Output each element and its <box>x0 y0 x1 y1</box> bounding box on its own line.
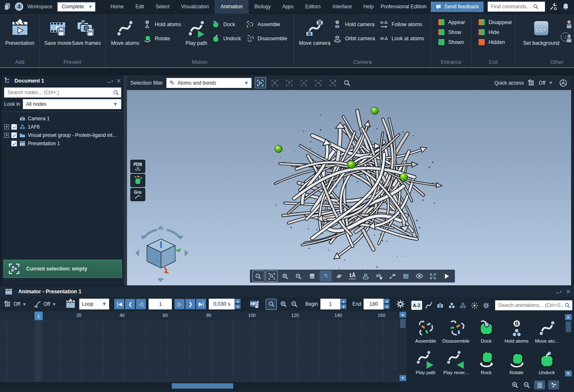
dock-button[interactable]: Dock <box>212 20 241 29</box>
library-item-dock[interactable]: Dock <box>471 312 501 343</box>
menu-select[interactable]: Select <box>150 0 175 14</box>
begin-up-button[interactable]: ▲ <box>340 299 347 304</box>
scroll-thumb[interactable] <box>400 319 405 328</box>
orbit-camera-button[interactable] <box>360 270 372 282</box>
scroll-down-button[interactable]: ▼ <box>399 375 406 381</box>
begin-frame-input[interactable] <box>320 299 340 309</box>
library-zoom-in-button[interactable] <box>511 381 519 389</box>
library-item-hold-atoms[interactable]: Hold atoms <box>501 312 532 343</box>
library-item-move-atoms[interactable]: Move ato... <box>532 312 562 343</box>
select-similar-button[interactable] <box>313 77 324 88</box>
viewport-3d[interactable]: Selection filter Atoms and bonds ▼ Quick… <box>127 75 571 285</box>
scale-1-angstrom-button[interactable]: 1Å <box>346 270 358 282</box>
fast-forward-button[interactable]: ❯ <box>185 299 195 309</box>
menu-help[interactable]: Help <box>358 0 380 14</box>
library-item-rotate[interactable]: Rotate <box>501 343 532 375</box>
menu-interface[interactable]: Interface <box>327 0 358 14</box>
end-up-button[interactable]: ▲ <box>383 299 390 304</box>
visibility-button[interactable] <box>413 270 425 282</box>
fullscreen-button[interactable] <box>427 270 439 282</box>
ease-snap-control[interactable]: Off ▼ <box>33 300 56 308</box>
menu-edit[interactable]: Edit <box>129 0 150 14</box>
rotate-button[interactable]: Rotate <box>143 34 181 43</box>
look-in-select[interactable]: All nodes ▼ <box>23 99 121 109</box>
menu-apps[interactable]: Apps <box>276 0 299 14</box>
library-scrollbar[interactable]: ▲ ▼ <box>564 314 572 384</box>
scroll-up-button[interactable]: ▲ <box>565 314 572 320</box>
step-forward-button[interactable]: ▷ <box>174 299 185 309</box>
save-movie-button[interactable]: Save movie <box>44 19 72 46</box>
menu-biology[interactable]: Biology <box>249 0 276 14</box>
expander-icon[interactable]: + <box>4 133 9 138</box>
library-item-play-path[interactable]: Play path <box>410 343 441 375</box>
gromacs-button[interactable]: Gro <box>130 188 145 201</box>
current-frame-marker[interactable]: 1 <box>34 312 43 320</box>
duration-down-button[interactable]: ▼ <box>234 304 241 309</box>
presentation-button[interactable]: Presentation <box>4 19 35 46</box>
filter-camera-button[interactable] <box>435 301 445 310</box>
duration-up-button[interactable]: ▲ <box>234 299 241 304</box>
ground-plane-button[interactable] <box>333 270 345 282</box>
timeline-zoom-out-button[interactable] <box>290 300 298 308</box>
add-keyframe-icon[interactable] <box>64 299 77 309</box>
library-item-play-reverse[interactable]: Play rever... <box>441 343 471 375</box>
selection-filter-select[interactable]: Atoms and bonds ▼ <box>166 78 252 88</box>
filter-settings-button[interactable] <box>481 301 491 310</box>
move-camera-button[interactable]: Move camera <box>298 19 331 46</box>
background-button[interactable] <box>306 270 318 282</box>
close-icon[interactable]: ✕ <box>566 288 571 295</box>
begin-down-button[interactable]: ▼ <box>340 304 347 309</box>
look-at-atoms-button[interactable]: Look at atoms <box>380 34 424 43</box>
workspace-mode-select[interactable]: Complete ▼ <box>57 2 95 12</box>
undock-button[interactable]: Undock <box>212 34 241 43</box>
add-to-selection-button[interactable] <box>327 77 339 88</box>
timeline-horizontal-scrollbar[interactable] <box>0 382 398 390</box>
play-path-button[interactable]: Play path <box>183 19 209 46</box>
shown-button[interactable]: Shown <box>438 39 465 46</box>
show-button[interactable]: Show <box>438 29 465 36</box>
library-item-assemble[interactable]: Assemble <box>410 312 441 343</box>
search-nodes-box[interactable] <box>4 88 121 97</box>
grid-snap-control[interactable]: Off ▼ <box>3 300 27 308</box>
go-to-start-button[interactable]: |◀ <box>114 299 125 309</box>
timeline-vertical-scrollbar[interactable]: ▲ ▼ <box>399 311 407 382</box>
search-nodes-input[interactable] <box>7 90 112 95</box>
stop-button[interactable]: Stop <box>565 20 574 29</box>
disappear-button[interactable]: Disappear <box>478 19 512 26</box>
library-item-undock[interactable]: Undock <box>532 343 562 375</box>
scroll-down-button[interactable]: ▼ <box>565 370 572 377</box>
tools-icon[interactable] <box>549 2 557 11</box>
menu-animation[interactable]: Animation <box>215 0 248 14</box>
current-frame-input[interactable] <box>149 299 172 309</box>
checkbox-checked[interactable] <box>11 124 17 130</box>
send-feedback-button[interactable]: Send feedback <box>431 2 484 12</box>
hidden-button[interactable]: Hidden <box>478 39 512 46</box>
zoom-tool-button[interactable] <box>252 270 264 282</box>
label-button[interactable] <box>387 270 399 282</box>
timeline-zoom-in-button[interactable] <box>279 300 288 308</box>
expander-icon[interactable]: + <box>4 124 9 129</box>
pin-icon[interactable]: ⚊▪ <box>555 289 562 295</box>
zoom-in-button[interactable] <box>279 270 291 282</box>
scroll-up-button[interactable]: ▲ <box>399 312 406 318</box>
sort-az-button[interactable]: A-Z <box>411 301 422 310</box>
document-stack-icon[interactable] <box>3 2 12 11</box>
end-frame-input[interactable] <box>364 299 383 309</box>
filter-effects-button[interactable] <box>470 301 480 310</box>
tree-row-presentation[interactable]: + Presentation 1 <box>2 139 124 148</box>
protein-ribbon-model[interactable] <box>127 75 571 285</box>
timeline-grid[interactable] <box>0 321 398 382</box>
menu-home[interactable]: Home <box>105 0 129 14</box>
hold-camera-button[interactable]: Hold camera <box>333 20 375 29</box>
select-atoms-button[interactable] <box>255 77 266 88</box>
deselect-button[interactable] <box>269 77 281 88</box>
search-animations-input[interactable] <box>498 302 564 308</box>
timeline-zoom-tool-button[interactable] <box>266 299 277 310</box>
chevron-down-icon[interactable]: ▼ <box>549 80 553 85</box>
search-animations-box[interactable] <box>495 300 572 310</box>
find-commands-box[interactable] <box>488 2 545 12</box>
filter-atoms-button[interactable] <box>447 301 457 310</box>
tree-row-1af6[interactable]: + 1AF6 <box>2 123 124 131</box>
layers-button[interactable] <box>400 270 412 282</box>
animator-settings-gear-icon[interactable] <box>396 299 405 309</box>
